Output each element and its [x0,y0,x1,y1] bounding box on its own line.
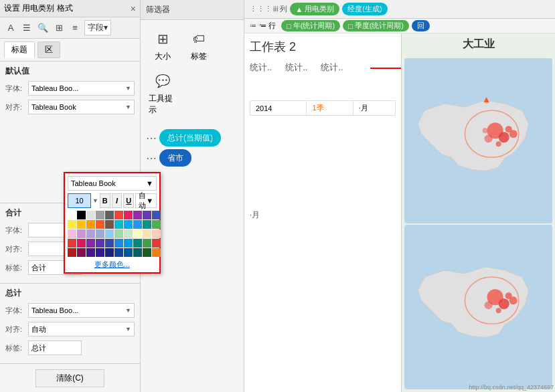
dots-icon: ⋯ [146,132,157,144]
grand-font-label: 字体: [5,306,25,316]
color-cell[interactable] [124,229,133,238]
color-cell[interactable] [152,211,161,219]
font-size-input[interactable] [68,193,91,208]
stat-2: 统计.. [285,62,307,74]
color-grid [68,211,157,257]
total-label-label: 标签: [5,263,25,273]
align-select[interactable]: Tableau Book ▼ [28,100,135,114]
color-cell[interactable] [77,229,86,238]
color-cell[interactable] [86,248,95,257]
color-cell[interactable] [68,229,76,238]
tooltip-icon-item[interactable]: 💬 工具提示 [146,68,179,118]
pill-longitude[interactable]: 经度(生成) [342,3,387,15]
color-cell[interactable] [152,248,161,257]
color-cell[interactable] [133,239,142,248]
align-label: 对齐: [5,102,25,112]
color-cell[interactable] [143,220,151,229]
pill-year[interactable]: □ 年(统计周期) [281,20,340,31]
color-cell[interactable] [77,211,86,219]
underline-button[interactable]: U [123,193,134,208]
color-cell[interactable] [124,220,133,229]
auto-select[interactable]: 自动 ▼ [135,193,157,208]
color-cell[interactable] [114,220,123,229]
tab-area[interactable]: 区 [37,41,60,58]
italic-button[interactable]: I [112,193,123,208]
color-cell[interactable] [96,211,104,219]
color-cell[interactable] [68,211,76,219]
field-dropdown[interactable]: 字段▾ [84,20,111,35]
color-cell[interactable] [68,239,76,248]
color-cell[interactable] [143,229,151,238]
color-cell[interactable] [124,248,133,257]
size-icon-item[interactable]: ⊞ 大小 [146,25,179,65]
svg-point-15 [499,298,509,309]
color-cell[interactable] [105,220,114,229]
pill-city[interactable]: 省市 [159,149,191,167]
color-cell[interactable] [77,248,86,257]
pill-category[interactable]: ▲ 用电类别 [290,3,339,15]
color-cell[interactable] [105,239,114,248]
toolbar-icon-menu[interactable]: ≡ [68,21,82,35]
color-cell[interactable] [96,248,104,257]
color-cell[interactable] [114,229,123,238]
color-cell[interactable] [133,211,142,219]
color-cell[interactable] [96,229,104,238]
bold-button[interactable]: B [100,193,110,208]
filter-pills: ⋯ 总计(当期值) ⋯ 省市 [141,124,244,172]
color-cell[interactable] [152,239,161,248]
map-container [402,56,555,392]
pill-extra[interactable]: 回 [412,20,430,31]
watermark: http://bq.csdn.net/qq_42374697 [469,384,554,391]
svg-point-10 [483,128,488,133]
toolbar-icon-a[interactable]: A [4,21,17,35]
color-cell[interactable] [152,220,161,229]
font-select[interactable]: Tableau Boo... ▼ [28,81,135,96]
color-cell[interactable] [133,220,142,229]
color-cell[interactable] [86,229,95,238]
toolbar-icon-list[interactable]: ☰ [20,21,33,35]
color-cell[interactable] [152,229,161,238]
color-cell[interactable] [86,211,95,219]
tab-title[interactable]: 标题 [4,41,35,58]
filter-header: 筛选器 [141,0,244,20]
color-cell[interactable] [114,248,123,257]
color-cell[interactable] [133,248,142,257]
grand-label-label: 标签: [5,343,25,353]
year-icon: □ [287,22,291,30]
popup-font-select[interactable]: Tableau Book ▼ [68,176,157,191]
color-cell[interactable] [114,211,123,219]
color-cell[interactable] [143,211,151,219]
clear-button[interactable]: 清除(C) [35,369,104,387]
color-cell[interactable] [105,248,114,257]
color-cell[interactable] [68,220,76,229]
color-cell[interactable] [68,248,76,257]
grand-align-select[interactable]: 自动 ▼ [28,322,135,336]
size-label: 大小 [155,51,171,62]
size-arrow[interactable]: ▼ [92,197,98,204]
color-cell[interactable] [86,220,95,229]
toolbar-icon-search[interactable]: 🔍 [36,21,50,35]
pill-quarter[interactable]: □ 季度(统计周期) [343,20,409,31]
color-cell[interactable] [96,239,104,248]
color-cell[interactable] [124,239,133,248]
grand-font-select[interactable]: Tableau Boo... ▼ [28,303,135,318]
pill-total[interactable]: 总计(当期值) [159,129,221,146]
color-cell[interactable] [77,220,86,229]
color-cell[interactable] [86,239,95,248]
color-cell[interactable] [133,229,142,238]
close-icon[interactable]: × [131,3,136,14]
color-cell[interactable] [124,211,133,219]
grand-label-input[interactable] [28,340,82,355]
color-cell[interactable] [77,239,86,248]
toolbar-icon-table[interactable]: ⊞ [52,21,66,35]
color-cell[interactable] [143,239,151,248]
color-cell[interactable] [114,239,123,248]
color-cell[interactable] [105,229,114,238]
color-cell[interactable] [105,211,114,219]
color-cell[interactable] [96,220,104,229]
color-cell[interactable] [143,248,151,257]
grand-font-row: 字体: Tableau Boo... ▼ [5,303,135,318]
font-arrow: ▼ [125,85,131,92]
more-colors-link[interactable]: 更多颜色... [68,260,157,270]
label-icon-item[interactable]: 🏷 标签 [182,25,216,65]
